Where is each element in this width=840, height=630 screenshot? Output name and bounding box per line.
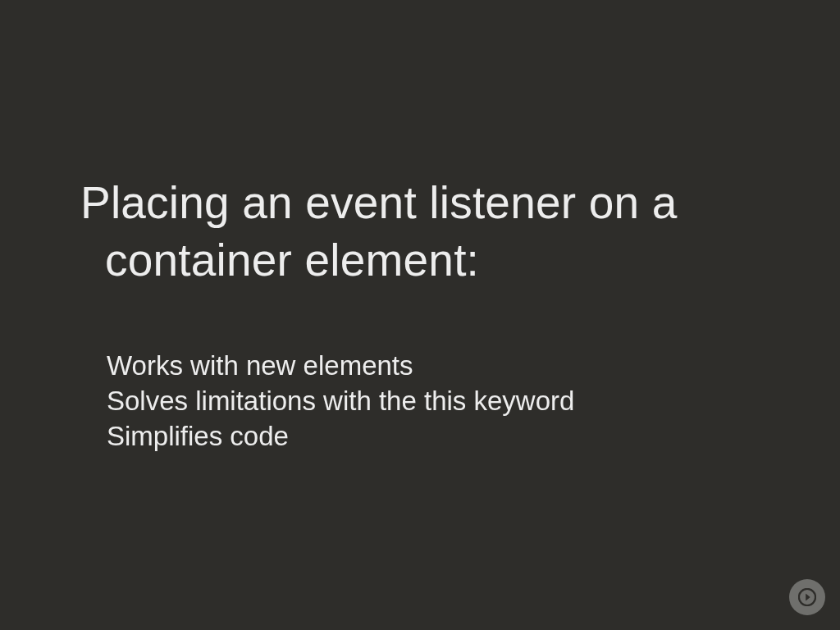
bullet-point: Simplifies code xyxy=(107,419,763,454)
slide-heading: Placing an event listener on a container… xyxy=(80,174,761,290)
heading-line-2: container element: xyxy=(80,231,761,289)
arrow-right-circle-icon xyxy=(798,588,816,606)
next-slide-button[interactable] xyxy=(789,579,825,615)
slide-body: Works with new elements Solves limitatio… xyxy=(107,349,763,454)
slide: Placing an event listener on a container… xyxy=(0,0,840,630)
bullet-point: Solves limitations with the this keyword xyxy=(107,384,763,419)
bullet-point: Works with new elements xyxy=(107,349,763,384)
heading-line-1: Placing an event listener on a xyxy=(80,174,761,231)
